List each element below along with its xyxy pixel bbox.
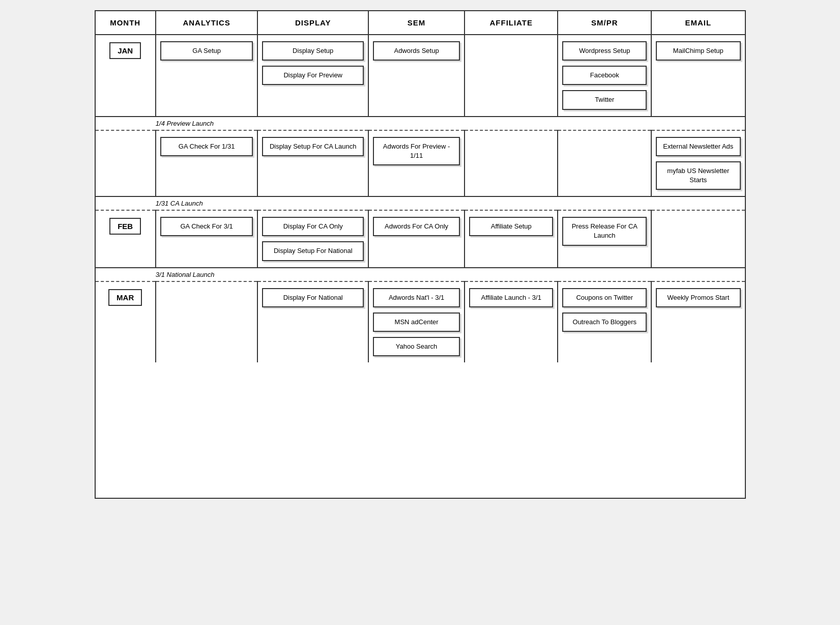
calendar-table: MONTH ANALYTICS DISPLAY SEM AFFILIATE SM…: [96, 11, 745, 362]
yahoo-search-item[interactable]: Yahoo Search: [373, 337, 460, 356]
preview-affiliate-cell: [465, 130, 558, 197]
display-for-ca-only-item[interactable]: Display For CA Only: [262, 217, 364, 236]
national-separator-month-col: [96, 268, 156, 281]
preview-sem-cell: Adwords For Preview - 1/11: [368, 130, 465, 197]
mar-row: MAR Display For National Adwords Nat'l -…: [96, 281, 745, 363]
jan-smpr-cell: Wordpress Setup Facebook Twitter: [558, 35, 651, 117]
mar-display-cell: Display For National: [257, 281, 368, 363]
mar-analytics-cell: [156, 281, 258, 363]
preview-launch-label: 1/4 Preview Launch: [156, 117, 745, 130]
header-sem: SEM: [368, 11, 465, 35]
jan-display-cell: Display Setup Display For Preview: [257, 35, 368, 117]
national-launch-separator: 3/1 National Launch: [96, 268, 745, 281]
adwords-setup-item[interactable]: Adwords Setup: [373, 41, 460, 61]
coupons-on-twitter-item[interactable]: Coupons on Twitter: [562, 288, 647, 307]
ga-check-3-1-item[interactable]: GA Check For 3/1: [160, 217, 253, 236]
header-affiliate: AFFILIATE: [465, 11, 558, 35]
national-launch-label: 3/1 National Launch: [156, 268, 745, 281]
press-release-ca-launch-item[interactable]: Press Release For CA Launch: [562, 217, 647, 245]
feb-sem-cell: Adwords For CA Only: [368, 210, 465, 267]
preview-smpr-cell: [558, 130, 651, 197]
preview-launch-separator: 1/4 Preview Launch: [96, 117, 745, 130]
feb-analytics-cell: GA Check For 3/1: [156, 210, 258, 267]
jan-label: JAN: [109, 42, 141, 59]
feb-row: FEB GA Check For 3/1 Display For CA Only…: [96, 210, 745, 267]
feb-display-cell: Display For CA Only Display Setup For Na…: [257, 210, 368, 267]
preview-email-cell: External Newsletter Ads myfab US Newslet…: [651, 130, 744, 197]
ga-check-1-31-item[interactable]: GA Check For 1/31: [160, 137, 253, 156]
header-month: MONTH: [96, 11, 156, 35]
display-setup-national-item[interactable]: Display Setup For National: [262, 241, 364, 261]
jan-analytics-cell: GA Setup: [156, 35, 258, 117]
preview-month-cell: [96, 130, 156, 197]
separator-month-col: [96, 117, 156, 130]
preview-analytics-cell: GA Check For 1/31: [156, 130, 258, 197]
display-setup-ca-launch-item[interactable]: Display Setup For CA Launch: [262, 137, 364, 156]
wordpress-setup-item[interactable]: Wordpress Setup: [562, 41, 647, 61]
affiliate-setup-item[interactable]: Affiliate Setup: [469, 217, 553, 236]
header-analytics: ANALYTICS: [156, 11, 258, 35]
adwords-nat-3-1-item[interactable]: Adwords Nat'l - 3/1: [373, 288, 460, 307]
mailchimp-setup-item[interactable]: MailChimp Setup: [656, 41, 740, 61]
feb-email-cell: [651, 210, 744, 267]
ca-launch-label: 1/31 CA Launch: [156, 196, 745, 210]
feb-affiliate-cell: Affiliate Setup: [465, 210, 558, 267]
header-smpr: SM/PR: [558, 11, 651, 35]
display-for-national-item[interactable]: Display For National: [262, 288, 364, 307]
facebook-item[interactable]: Facebook: [562, 66, 647, 85]
outreach-bloggers-item[interactable]: Outreach To Bloggers: [562, 312, 647, 332]
jan-row: JAN GA Setup Display Setup Display For P…: [96, 35, 745, 117]
external-newsletter-ads-item[interactable]: External Newsletter Ads: [656, 137, 740, 156]
affiliate-launch-3-1-item[interactable]: Affiliate Launch - 3/1: [469, 288, 553, 307]
calendar-main: MONTH ANALYTICS DISPLAY SEM AFFILIATE SM…: [95, 10, 746, 499]
preview-row: GA Check For 1/31 Display Setup For CA L…: [96, 130, 745, 197]
mar-affiliate-cell: Affiliate Launch - 3/1: [465, 281, 558, 363]
header-display: DISPLAY: [257, 11, 368, 35]
ca-separator-month-col: [96, 196, 156, 210]
adwords-preview-1-11-item[interactable]: Adwords For Preview - 1/11: [373, 137, 460, 165]
jan-affiliate-cell: [465, 35, 558, 117]
twitter-item[interactable]: Twitter: [562, 90, 647, 109]
mar-sem-cell: Adwords Nat'l - 3/1 MSN adCenter Yahoo S…: [368, 281, 465, 363]
ga-setup-item[interactable]: GA Setup: [160, 41, 253, 61]
header-row: MONTH ANALYTICS DISPLAY SEM AFFILIATE SM…: [96, 11, 745, 35]
mar-label: MAR: [108, 289, 142, 306]
mar-email-cell: Weekly Promos Start: [651, 281, 744, 363]
feb-month-cell: FEB: [96, 210, 156, 267]
msn-adcenter-item[interactable]: MSN adCenter: [373, 312, 460, 332]
mar-smpr-cell: Coupons on Twitter Outreach To Bloggers: [558, 281, 651, 363]
adwords-ca-only-item[interactable]: Adwords For CA Only: [373, 217, 460, 236]
display-for-preview-item[interactable]: Display For Preview: [262, 66, 364, 85]
ca-launch-separator: 1/31 CA Launch: [96, 196, 745, 210]
display-setup-item[interactable]: Display Setup: [262, 41, 364, 61]
preview-display-cell: Display Setup For CA Launch: [257, 130, 368, 197]
jan-email-cell: MailChimp Setup: [651, 35, 744, 117]
weekly-promos-start-item[interactable]: Weekly Promos Start: [656, 288, 740, 307]
feb-smpr-cell: Press Release For CA Launch: [558, 210, 651, 267]
myfab-newsletter-item[interactable]: myfab US Newsletter Starts: [656, 161, 740, 190]
header-email: EMAIL: [651, 11, 744, 35]
mar-month-cell: MAR: [96, 281, 156, 363]
feb-label: FEB: [109, 218, 141, 235]
jan-month-cell: JAN: [96, 35, 156, 117]
jan-sem-cell: Adwords Setup: [368, 35, 465, 117]
